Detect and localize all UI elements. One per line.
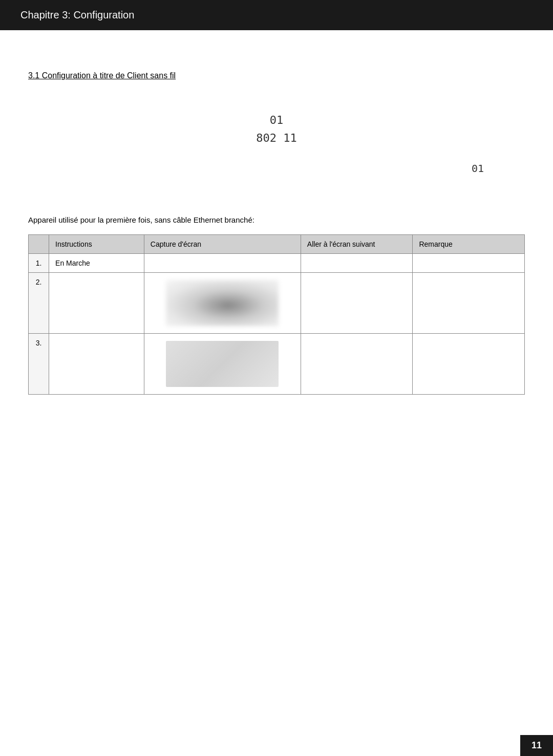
diagram-line2: 802 11 <box>28 129 525 147</box>
table-row: 3. <box>29 334 525 395</box>
col-header-capture: Capture d'écran <box>144 235 301 254</box>
col-header-num <box>29 235 49 254</box>
row-2-aller <box>301 273 413 334</box>
row-3-remarque <box>413 334 525 395</box>
instructions-table: Instructions Capture d'écran Aller à l'é… <box>28 234 525 395</box>
row-2-remarque <box>413 273 525 334</box>
page-content: 3.1 Configuration à titre de Client sans… <box>0 30 553 425</box>
intro-text: Appareil utilisé pour la première fois, … <box>28 215 525 224</box>
row-1-remarque <box>413 254 525 273</box>
col-header-remarque: Remarque <box>413 235 525 254</box>
page-header: Chapitre 3: Configuration <box>0 0 553 30</box>
page-number: 11 <box>520 735 553 756</box>
row-3-capture <box>144 334 301 395</box>
row-3-aller <box>301 334 413 395</box>
row-2-capture <box>144 273 301 334</box>
row-3-instructions <box>49 334 144 395</box>
row-num-3: 3. <box>29 334 49 395</box>
screenshot-dark <box>166 280 279 326</box>
diagram-center: 01 802 11 <box>28 111 525 147</box>
diagram-right: 01 <box>28 162 525 175</box>
row-2-instructions <box>49 273 144 334</box>
diagram-line1: 01 <box>28 111 525 129</box>
section-heading: 3.1 Configuration à titre de Client sans… <box>28 71 525 80</box>
screenshot-light <box>166 341 279 387</box>
col-header-instructions: Instructions <box>49 235 144 254</box>
table-row: 1. En Marche <box>29 254 525 273</box>
chapter-title: Chapitre 3: Configuration <box>20 9 134 20</box>
row-num-1: 1. <box>29 254 49 273</box>
row-1-instructions: En Marche <box>49 254 144 273</box>
table-row: 2. <box>29 273 525 334</box>
col-header-aller: Aller à l'écran suivant <box>301 235 413 254</box>
diagram-line3: 01 <box>472 162 484 175</box>
row-1-capture <box>144 254 301 273</box>
row-1-aller <box>301 254 413 273</box>
row-num-2: 2. <box>29 273 49 334</box>
